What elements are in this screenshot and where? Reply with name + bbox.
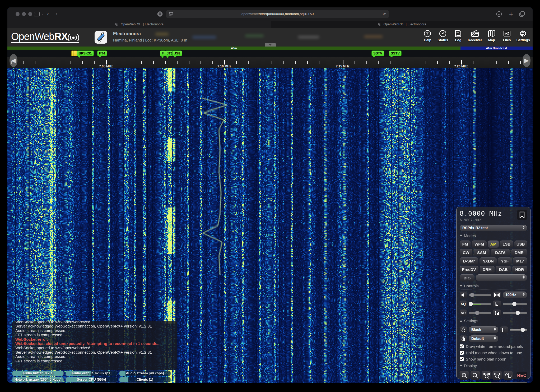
mode-hdr[interactable]: HDR (512, 266, 527, 273)
collapse-topbar-button[interactable] (265, 43, 276, 47)
reload-icon[interactable]: ⟳ (383, 12, 386, 16)
log-document-icon (454, 30, 462, 38)
section-display[interactable]: Display (460, 363, 527, 369)
checkbox-white-frame[interactable]: Draw white frame around panels (460, 344, 527, 349)
log-line: Server acknowledged WebSocket connection… (15, 350, 174, 354)
mode-dmr[interactable]: DMR (511, 249, 527, 256)
nav-help[interactable]: ? Help (422, 30, 433, 42)
nav-status[interactable]: Status (437, 30, 449, 42)
mode-sam[interactable]: SAM (474, 249, 490, 256)
nav-map[interactable]: Map (486, 30, 497, 42)
extension-icon[interactable] (157, 11, 163, 17)
digital-mode-select[interactable] (476, 274, 527, 281)
band-40m[interactable]: 40m (7, 47, 460, 50)
checkbox-mouse-wheel[interactable]: Hold mouse wheel down to tune (460, 351, 527, 355)
colormap-button[interactable] (460, 335, 467, 342)
tab-active[interactable]: OpenWebRX+ | Electronoora (7, 21, 271, 28)
bandplan-ribbon: 40m 41m Broadcast (7, 47, 533, 50)
nav-files[interactable]: Files (501, 30, 513, 42)
theme-select[interactable]: Black (469, 326, 498, 333)
frame-opacity-slider[interactable] (510, 328, 527, 332)
background-blur (245, 35, 264, 37)
theme-button[interactable] (460, 326, 467, 333)
mode-dstar[interactable]: D-Star (460, 257, 478, 265)
scale-tick (414, 61, 414, 64)
mode-freedv[interactable]: FreeDV (460, 266, 478, 273)
waterfall-min-button[interactable] (493, 301, 501, 307)
background-blur (298, 36, 319, 38)
forward-icon[interactable]: › (55, 11, 57, 17)
bookmark-button[interactable] (517, 210, 527, 220)
close-window-button[interactable] (16, 12, 20, 16)
new-tab-icon[interactable]: + (509, 10, 513, 18)
frame-opacity-button[interactable] (500, 326, 508, 333)
minimize-window-button[interactable] (22, 12, 26, 16)
mute-button[interactable] (460, 292, 467, 298)
nav-log[interactable]: Log (452, 30, 464, 42)
frequency-scale[interactable]: 7.05 MHz 7.10 MHz 7.15 MHz 7.20 MHz (7, 57, 533, 68)
scale-tick (485, 61, 485, 64)
noise-reduction-slider[interactable] (469, 311, 491, 315)
select-arrows-icon (494, 336, 496, 340)
waterfall-auto-slider[interactable] (503, 311, 527, 315)
nav-receiver[interactable]: Receiver (468, 30, 482, 42)
mode-usb[interactable]: USB (514, 241, 527, 248)
squelch-slider[interactable] (469, 302, 491, 306)
mode-drm[interactable]: DRM (480, 266, 495, 273)
address-bar[interactable]: openwebrx/#freq=8000000,mod=am,sql=-150 … (166, 10, 389, 18)
spectrum-toggle-button[interactable] (504, 371, 513, 380)
zoom-in-button[interactable] (460, 371, 469, 380)
waterfall-auto-button[interactable] (493, 310, 501, 316)
openwebrx-logo[interactable]: OpenWebRX (11, 31, 79, 43)
mode-data[interactable]: DATA (491, 249, 510, 256)
noise-reduction-button[interactable]: NR (460, 310, 467, 316)
waterfall-min-slider[interactable] (503, 302, 527, 306)
mode-wfm[interactable]: WFM (472, 241, 487, 248)
bandwidth-button[interactable] (493, 292, 501, 298)
downloads-icon[interactable] (496, 11, 502, 17)
mode-ysf[interactable]: YSF (498, 257, 512, 265)
zoom-full-icon (494, 372, 501, 379)
scroll-left-button[interactable]: ◀ (10, 54, 17, 67)
section-settings[interactable]: Settings (460, 319, 527, 324)
mode-dig[interactable]: DIG (460, 274, 474, 282)
tab-inactive[interactable]: OpenWebRX+ | Electronoora (271, 21, 533, 28)
mode-dab[interactable]: DAB (496, 266, 511, 273)
mode-nxdn[interactable]: NXDN (480, 257, 496, 265)
zoom-out-button[interactable] (471, 371, 480, 380)
sidebar-icon[interactable] (34, 12, 40, 16)
marker-bpsk31[interactable]: BPSK31 (77, 50, 94, 56)
mode-lsb[interactable]: LSB (500, 241, 513, 248)
tab-overview-icon[interactable] (519, 11, 525, 17)
marker-ft4[interactable]: FT4 (97, 50, 107, 56)
checkbox-band-ribbon[interactable]: Show band plan ribbon (460, 357, 527, 361)
marker-sstv-2[interactable]: SSTV (389, 50, 402, 56)
squelch-button[interactable]: SQ (460, 301, 467, 307)
marker-sstv-1[interactable]: SSTV (371, 50, 384, 56)
spectrum-wave-icon (505, 372, 512, 379)
volume-slider[interactable] (469, 293, 491, 297)
record-button[interactable]: REC (516, 372, 527, 380)
zoom-window-button[interactable] (28, 12, 32, 16)
zoom-passband-button[interactable] (482, 371, 491, 380)
marker-js8[interactable]: JS8 (172, 50, 182, 56)
nav-settings[interactable]: Settings (516, 30, 530, 42)
zoom-full-button[interactable] (492, 371, 502, 380)
back-icon[interactable]: ‹ (47, 11, 49, 17)
bookmark-strip[interactable] (73, 50, 75, 56)
section-controls[interactable]: Controls (460, 284, 527, 289)
mode-m17[interactable]: M17 (513, 257, 527, 265)
section-modes[interactable]: Modes (460, 233, 527, 239)
chevron-down-icon[interactable]: ⌄ (41, 12, 44, 16)
colormap-select[interactable]: Default (469, 335, 498, 342)
scale-tick (248, 61, 249, 64)
profile-select[interactable]: RSPdx-R2 test (460, 225, 527, 231)
bookmark-strip[interactable] (71, 50, 73, 56)
bandwidth-select[interactable]: 100Hz (503, 292, 527, 298)
band-41m-broadcast[interactable]: 41m Broadcast (460, 47, 533, 50)
scroll-right-button[interactable]: ▶ (523, 54, 530, 67)
scale-tick (153, 61, 154, 64)
mode-fm[interactable]: FM (460, 241, 471, 248)
mode-cw[interactable]: CW (460, 249, 472, 256)
mode-am[interactable]: AM (488, 241, 499, 248)
